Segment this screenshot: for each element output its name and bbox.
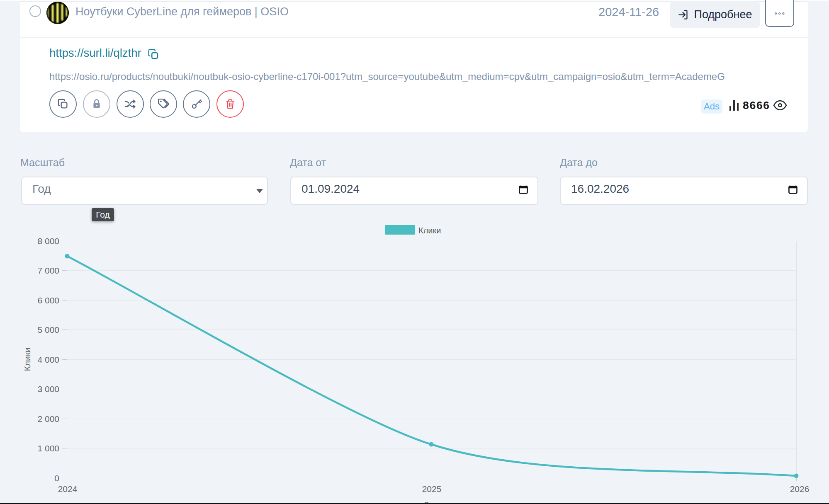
svg-text:2025: 2025 — [422, 484, 442, 494]
svg-text:2 000: 2 000 — [37, 414, 59, 424]
svg-text:7 000: 7 000 — [37, 266, 59, 275]
svg-text:0: 0 — [54, 473, 59, 483]
svg-text:3 000: 3 000 — [37, 384, 59, 394]
svg-text:8 000: 8 000 — [37, 236, 59, 246]
svg-text:6 000: 6 000 — [37, 296, 59, 305]
svg-text:1 000: 1 000 — [37, 443, 59, 453]
svg-text:2026: 2026 — [790, 484, 810, 494]
svg-text:Клики: Клики — [22, 347, 32, 371]
svg-text:4 000: 4 000 — [37, 355, 59, 364]
svg-text:2024: 2024 — [58, 484, 78, 494]
svg-text:Клики: Клики — [418, 226, 441, 235]
svg-text:5 000: 5 000 — [37, 325, 59, 334]
